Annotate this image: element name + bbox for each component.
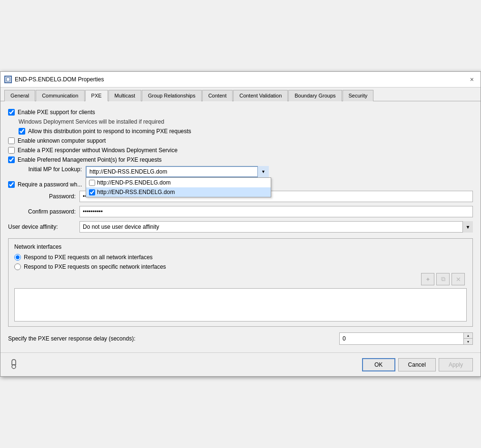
close-button[interactable]: × [467,75,477,84]
network-interfaces-title: Network interfaces [14,243,467,250]
initial-mp-dropdown-container: ▼ http://END-PS.ENDELG.dom http://END-RS… [86,166,269,177]
initial-mp-label: Initial MP for Lookup: [8,166,82,173]
enable-pxe-checkbox[interactable] [8,109,15,116]
enable-preferred-row: Enable Preferred Management Point(s) for… [8,156,473,163]
radio-all-label: Respond to PXE requests on all network i… [24,254,153,261]
tab-general[interactable]: General [4,90,35,101]
dropdown-item-rss[interactable]: http://END-RSS.ENDELG.dom [86,187,271,197]
confirm-password-input[interactable] [79,206,473,217]
radio-all-row: Respond to PXE requests on all network i… [14,254,467,261]
enable-unknown-checkbox[interactable] [8,137,15,144]
add-interface-button[interactable]: ✦ [421,273,434,285]
copy-icon: ⧉ [441,275,445,283]
network-interfaces-group: Network interfaces Respond to PXE reques… [8,238,473,327]
spinner-down-button[interactable]: ▼ [464,339,472,344]
copy-interface-button[interactable]: ⧉ [436,273,450,285]
dropdown-item-ps-label: http://END-PS.ENDELG.dom [97,179,171,186]
chevron-down-icon: ▼ [261,169,265,174]
enable-preferred-checkbox[interactable] [8,156,15,163]
initial-mp-select-wrapper: ▼ [86,166,269,177]
allow-respond-label: Allow this distribution point to respond… [28,128,191,135]
enable-responder-row: Enable a PXE responder without Windows D… [8,147,473,154]
radio-specific-interfaces[interactable] [14,263,21,270]
tab-communication[interactable]: Communication [36,90,84,101]
network-interfaces-list [14,288,467,321]
pxe-content: Enable PXE support for clients Windows D… [0,101,481,352]
initial-mp-row: Initial MP for Lookup: ▼ http://END-PS.E… [8,166,473,177]
require-password-checkbox[interactable] [8,181,15,188]
enable-responder-label: Enable a PXE responder without Windows D… [18,147,177,154]
tab-security[interactable]: Security [343,90,374,101]
confirm-password-row: Confirm password: [19,206,473,217]
dropdown-item-rss-checkbox[interactable] [89,189,95,195]
footer-buttons: OK Cancel Apply [362,358,473,371]
radio-specific-row: Respond to PXE requests on specific netw… [14,263,467,270]
user-device-select[interactable]: Do not use user device affinity Allow us… [79,221,473,233]
network-toolbar: ✦ ⧉ ✕ [14,273,467,285]
enable-unknown-label: Enable unknown computer support [18,137,106,144]
window-icon [4,76,12,83]
help-icon [8,358,20,371]
delete-icon: ✕ [456,276,461,283]
svg-point-2 [12,365,16,369]
delay-spinner-container: ▲ ▼ [339,332,473,345]
delete-interface-button[interactable]: ✕ [452,273,465,285]
cancel-button[interactable]: Cancel [398,358,436,371]
spinner-up-button[interactable]: ▲ [464,333,472,339]
enable-pxe-label: Enable PXE support for clients [18,109,95,116]
tab-group-relationships[interactable]: Group Relationships [142,90,202,101]
dropdown-item-ps[interactable]: http://END-PS.ENDELG.dom [86,178,271,187]
user-device-row: User device affinity: Do not use user de… [8,221,473,233]
password-label: Password: [19,193,76,200]
dropdown-item-ps-checkbox[interactable] [89,180,95,186]
main-window: END-PS.ENDELG.DOM Properties × General C… [0,71,481,377]
footer-left [8,358,20,371]
title-bar-left: END-PS.ENDELG.DOM Properties [4,76,104,83]
confirm-password-label: Confirm password: [19,208,76,215]
delay-input[interactable] [340,333,463,344]
radio-all-interfaces[interactable] [14,254,21,261]
enable-unknown-row: Enable unknown computer support [8,137,473,144]
delay-label: Specify the PXE server response delay (s… [8,335,335,342]
apply-button[interactable]: Apply [439,358,473,371]
window-title: END-PS.ENDELG.DOM Properties [15,76,104,83]
tab-boundary-groups[interactable]: Boundary Groups [288,90,342,101]
enable-responder-checkbox[interactable] [8,147,15,154]
enable-preferred-label: Enable Preferred Management Point(s) for… [18,156,162,163]
delay-row: Specify the PXE server response delay (s… [8,332,473,345]
initial-mp-dropdown-popup: http://END-PS.ENDELG.dom http://END-RSS.… [86,177,271,197]
user-device-label: User device affinity: [8,224,75,230]
title-bar: END-PS.ENDELG.DOM Properties × [0,72,481,88]
initial-mp-dropdown-arrow[interactable]: ▼ [257,166,269,177]
ok-button[interactable]: OK [362,358,395,371]
footer: OK Cancel Apply [0,352,481,376]
add-icon: ✦ [425,276,431,283]
wds-info-text: Windows Deployment Services will be inst… [19,118,473,125]
allow-respond-row: Allow this distribution point to respond… [19,128,473,135]
require-password-label: Require a password wh... [18,181,82,188]
initial-mp-input[interactable] [86,166,269,177]
tab-pxe[interactable]: PXE [85,90,108,101]
allow-respond-checkbox[interactable] [19,128,25,135]
dropdown-item-rss-label: http://END-RSS.ENDELG.dom [97,189,175,195]
tab-content-validation[interactable]: Content Validation [233,90,288,101]
radio-specific-label: Respond to PXE requests on specific netw… [24,263,166,270]
tab-bar: General Communication PXE Multicast Grou… [0,88,481,101]
tab-content[interactable]: Content [202,90,233,101]
spinner-arrows: ▲ ▼ [463,333,472,344]
tab-multicast[interactable]: Multicast [108,90,141,101]
user-device-select-container: Do not use user device affinity Allow us… [79,221,473,233]
svg-rect-1 [7,78,10,81]
enable-pxe-row: Enable PXE support for clients [8,109,473,116]
